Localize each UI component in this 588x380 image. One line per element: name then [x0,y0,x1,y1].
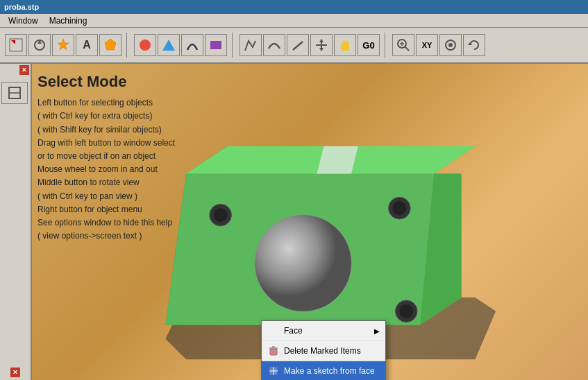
svg-point-23 [448,43,453,47]
menu-window[interactable]: Window [3,15,44,27]
menubar: Window Machining [0,14,588,28]
toolbar-arc-btn[interactable] [181,34,203,56]
toolbar-go-btn[interactable]: G0 [358,34,380,56]
svg-line-9 [293,42,303,50]
ctx-item-face[interactable]: Face ▶ [262,321,385,341]
left-panel-btn-1[interactable] [1,82,28,104]
toolbar-triangle-btn[interactable] [158,34,180,56]
toolbar-group-view: A [3,32,124,58]
titlebar: proba.stp [0,0,588,14]
help-line-7: ( with Ctrl key to pan view ) [37,190,175,203]
svg-rect-17 [346,41,348,46]
ctx-item-delete-marked[interactable]: Delete Marked Items [262,341,385,361]
toolbar-line-btn[interactable] [287,34,309,56]
toolbar-path-btn[interactable] [240,34,262,56]
go-label: G0 [362,40,374,51]
face-icon [267,325,280,337]
help-line-6: Middle button to rotate view [37,176,175,189]
context-menu: Face ▶ Delete Marked Items [261,320,386,380]
svg-rect-43 [270,349,277,355]
help-line-8: Right button for object menu [37,203,175,216]
text-icon: A [83,39,91,51]
toolbar-pin-btn[interactable] [99,34,121,56]
svg-marker-5 [105,39,116,50]
delete-icon [267,345,280,357]
ctx-label-face: Face [284,326,303,336]
toolbar-group-ops: G0 [237,32,382,58]
toolbar-select-btn[interactable] [5,34,27,56]
toolbar-sep-2 [232,33,235,58]
toolbar-rect-btn[interactable] [205,34,227,56]
title-text: proba.stp [4,3,39,11]
help-line-5: Mouse wheel to zoom in and out [37,163,175,176]
toolbar-star-btn[interactable] [52,34,74,56]
help-line-9: See options window to hide this help [37,216,175,230]
help-title: Select Mode [37,69,175,94]
toolbar-zoom-btn[interactable] [392,34,414,56]
help-overlay: Select Mode Left button for selecting ob… [37,69,175,243]
close-panel-btn[interactable]: ✕ [10,368,20,377]
svg-point-37 [214,208,228,222]
svg-point-35 [255,215,351,311]
toolbar-sep-1 [126,33,129,58]
toolbar-sep-3 [385,33,387,58]
toolbar-refresh-btn[interactable] [463,34,485,56]
svg-rect-8 [210,41,221,49]
toolbar-xy-btn[interactable]: XY [416,34,438,56]
xy-label: XY [422,41,432,49]
toolbar-circle-btn[interactable] [134,34,156,56]
help-line-2: ( with Shift key for similar objects) [37,123,175,137]
viewport[interactable]: Select Mode Left button for selecting ob… [32,64,588,380]
ctx-label-delete: Delete Marked Items [284,346,361,356]
toolbar-group-view2: XY [390,32,487,58]
svg-rect-16 [344,40,346,46]
ctx-item-make-sketch[interactable]: Make a sketch from face [262,361,385,380]
main-area: ✕ ✕ [0,64,588,380]
ctx-label-make-sketch: Make a sketch from face [284,366,375,376]
svg-marker-42 [317,146,358,174]
help-line-4: or to move object if on an object [37,150,175,163]
sketch-icon [267,365,280,377]
svg-marker-13 [319,48,324,51]
toolbar-fit-btn[interactable] [439,34,462,56]
help-line-1: ( with Ctrl key for extra objects) [37,110,175,123]
svg-marker-12 [319,39,324,42]
svg-marker-7 [162,40,175,51]
help-line-10: ( view options->screen text ) [37,230,175,243]
svg-point-6 [140,40,151,51]
toolbar: A [0,28,588,64]
toolbar-text-btn[interactable]: A [76,34,98,56]
svg-point-39 [392,201,406,215]
help-line-3: Drag with left button to window select [37,137,175,150]
toolbar-curve-btn[interactable] [263,34,285,56]
toolbar-rotate-btn[interactable] [28,34,51,56]
help-line-0: Left button for selecting objects [37,96,175,110]
svg-point-41 [399,304,413,318]
svg-marker-4 [58,39,69,50]
close-help-btn[interactable]: ✕ [19,65,29,75]
toolbar-group-shapes [132,32,229,58]
svg-line-19 [405,46,409,51]
toolbar-hand-btn[interactable] [334,34,356,56]
toolbar-move-btn[interactable] [310,34,333,56]
left-panel: ✕ ✕ [0,64,32,380]
svg-rect-15 [342,41,344,46]
face-arrow-icon: ▶ [374,327,380,335]
menu-machining[interactable]: Machining [44,15,93,27]
svg-marker-1 [11,40,15,44]
